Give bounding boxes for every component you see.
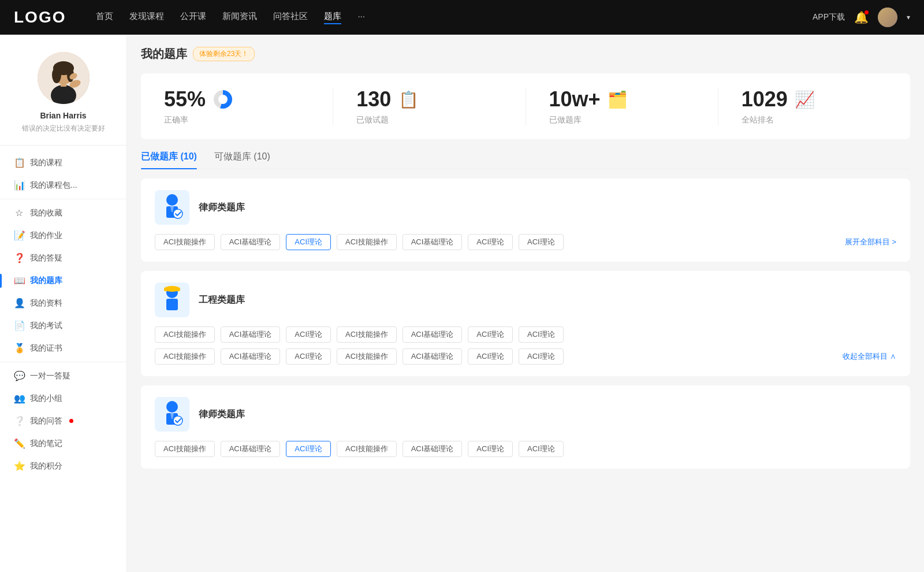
- qbank-3-avatar: [155, 397, 189, 432]
- stats-row: 55% 正确率 130 📋 已做试题: [141, 73, 910, 139]
- qbank-card-3: 律师类题库 ACI技能操作 ACI基础理论 ACI理论 ACI技能操作 ACI基…: [141, 385, 910, 469]
- tag-1-5[interactable]: ACI基础理论: [403, 234, 463, 250]
- sidebar-item-certificate[interactable]: 🏅 我的证书: [0, 337, 126, 359]
- tag-1-7[interactable]: ACI理论: [519, 234, 564, 250]
- tag-1-2[interactable]: ACI基础理论: [221, 234, 281, 250]
- stat-done-questions-label: 已做试题: [356, 115, 389, 125]
- tag-2-14[interactable]: ACI理论: [519, 348, 564, 365]
- sidebar-item-favorites[interactable]: ☆ 我的收藏: [0, 202, 126, 224]
- tag-2-13[interactable]: ACI理论: [468, 348, 513, 365]
- avatar: [38, 52, 90, 104]
- avatar-chevron-icon[interactable]: ▾: [907, 13, 910, 21]
- collapse-link-2[interactable]: 收起全部科目 ∧: [843, 351, 896, 362]
- tag-1-6[interactable]: ACI理论: [468, 234, 513, 250]
- tag-1-1[interactable]: ACI技能操作: [155, 234, 215, 250]
- sidebar-menu: 📋 我的课程 📊 我的课程包... ☆ 我的收藏 📝 我的作业 ❓ 我的答疑 �: [0, 146, 126, 483]
- qbank-2-tags: ACI技能操作 ACI基础理论 ACI理论 ACI技能操作 ACI基础理论 AC…: [155, 326, 896, 343]
- svg-point-20: [173, 416, 182, 425]
- svg-rect-17: [169, 286, 175, 289]
- nav-discover[interactable]: 发现课程: [129, 11, 164, 24]
- sidebar-item-homework[interactable]: 📝 我的作业: [0, 224, 126, 247]
- stat-done-questions-top: 130 📋: [356, 87, 419, 112]
- coursepackage-icon: 📊: [14, 180, 24, 191]
- sidebar-item-group[interactable]: 👥 我的小组: [0, 387, 126, 410]
- tag-2-9[interactable]: ACI基础理论: [221, 348, 281, 365]
- tag-3-2[interactable]: ACI基础理论: [221, 441, 281, 457]
- qbank-1-tags: ACI技能操作 ACI基础理论 ACI理论 ACI技能操作 ACI基础理论 AC…: [155, 234, 845, 250]
- tag-3-3[interactable]: ACI理论: [286, 441, 331, 457]
- sidebar-item-myqa[interactable]: ❔ 我的问答: [0, 410, 126, 432]
- tag-3-1[interactable]: ACI技能操作: [155, 441, 215, 457]
- tag-2-4[interactable]: ACI技能操作: [337, 326, 397, 343]
- sidebar-item-questionbank[interactable]: 📖 我的题库: [0, 269, 126, 292]
- accuracy-icon: [213, 89, 233, 110]
- svg-point-18: [166, 401, 178, 413]
- sidebar-item-exam[interactable]: 📄 我的考试: [0, 314, 126, 337]
- sidebar-item-points[interactable]: ⭐ 我的积分: [0, 455, 126, 477]
- tag-1-4[interactable]: ACI技能操作: [337, 234, 397, 250]
- qbank-card-1: 律师类题库 ACI技能操作 ACI基础理论 ACI理论 ACI技能操作 ACI基…: [141, 179, 910, 262]
- svg-point-9: [166, 194, 178, 206]
- stat-accuracy: 55% 正确率: [141, 87, 333, 125]
- sidebar-item-questions[interactable]: ❓ 我的答疑: [0, 247, 126, 269]
- tag-3-7[interactable]: ACI理论: [519, 441, 564, 457]
- stat-ranking: 1029 📈 全站排名: [718, 87, 910, 125]
- qbank-2-tags2: ACI技能操作 ACI基础理论 ACI理论 ACI技能操作 ACI基础理论 AC…: [155, 348, 843, 365]
- nav-opencourse[interactable]: 公开课: [180, 11, 206, 24]
- divider-1: [0, 199, 126, 199]
- nav-qa[interactable]: 问答社区: [273, 11, 308, 24]
- nav-more[interactable]: ···: [357, 11, 365, 24]
- page-header: 我的题库 体验剩余23天！: [141, 46, 910, 62]
- tag-3-6[interactable]: ACI理论: [468, 441, 513, 457]
- notes-icon: ✏️: [14, 438, 24, 449]
- sidebar-item-tutor[interactable]: 💬 一对一答疑: [0, 365, 126, 387]
- svg-point-11: [173, 209, 182, 218]
- done-banks-icon: 🗂️: [608, 89, 628, 110]
- tag-3-5[interactable]: ACI基础理论: [403, 441, 463, 457]
- stat-ranking-value: 1029: [742, 87, 788, 112]
- engineer-icon: [158, 284, 187, 315]
- tag-1-3[interactable]: ACI理论: [286, 234, 331, 250]
- tag-2-6[interactable]: ACI理论: [468, 326, 513, 343]
- course-icon: 📋: [14, 157, 24, 168]
- tabs-row: 已做题库 (10) 可做题库 (10): [141, 151, 910, 169]
- logo: LOGO: [14, 8, 66, 27]
- tag-3-4[interactable]: ACI技能操作: [337, 441, 397, 457]
- stat-done-questions: 130 📋 已做试题: [333, 87, 526, 125]
- pie-chart-icon: [214, 90, 232, 109]
- nav-bell[interactable]: 🔔: [854, 10, 869, 24]
- sidebar-item-coursepackage[interactable]: 📊 我的课程包...: [0, 174, 126, 196]
- qbank-1-avatar: [155, 190, 189, 225]
- tab-done[interactable]: 已做题库 (10): [141, 151, 197, 169]
- sidebar-item-profile[interactable]: 👤 我的资料: [0, 292, 126, 314]
- tag-2-5[interactable]: ACI基础理论: [403, 326, 463, 343]
- sidebar-item-mycourse[interactable]: 📋 我的课程: [0, 151, 126, 174]
- tag-2-10[interactable]: ACI理论: [286, 348, 331, 365]
- qbank-3-tags-row: ACI技能操作 ACI基础理论 ACI理论 ACI技能操作 ACI基础理论 AC…: [155, 441, 896, 457]
- tag-2-2[interactable]: ACI基础理论: [221, 326, 281, 343]
- nav-home[interactable]: 首页: [96, 11, 113, 24]
- tag-2-12[interactable]: ACI基础理论: [403, 348, 463, 365]
- tab-available[interactable]: 可做题库 (10): [214, 151, 270, 169]
- expand-link-1[interactable]: 展开全部科目 >: [845, 237, 896, 247]
- svg-point-4: [52, 67, 61, 83]
- stat-accuracy-value: 55%: [164, 87, 206, 112]
- tag-2-1[interactable]: ACI技能操作: [155, 326, 215, 343]
- stat-ranking-label: 全站排名: [742, 115, 774, 125]
- stat-done-questions-value: 130: [356, 87, 391, 112]
- nav-avatar[interactable]: [878, 8, 897, 27]
- qbank-2-avatar: [155, 283, 189, 317]
- stat-done-banks-label: 已做题库: [549, 115, 582, 125]
- bell-notification-dot: [865, 10, 869, 14]
- tag-2-11[interactable]: ACI技能操作: [337, 348, 397, 365]
- tag-2-7[interactable]: ACI理论: [519, 326, 564, 343]
- exam-icon: 📄: [14, 320, 24, 331]
- nav-app-download[interactable]: APP下载: [813, 12, 845, 23]
- nav-questionbank[interactable]: 题库: [324, 11, 341, 24]
- sidebar-item-notes[interactable]: ✏️ 我的笔记: [0, 432, 126, 455]
- tag-2-8[interactable]: ACI技能操作: [155, 348, 215, 365]
- homework-icon: 📝: [14, 230, 24, 241]
- nav-news[interactable]: 新闻资讯: [222, 11, 257, 24]
- tag-2-3[interactable]: ACI理论: [286, 326, 331, 343]
- star-icon: ☆: [14, 207, 24, 218]
